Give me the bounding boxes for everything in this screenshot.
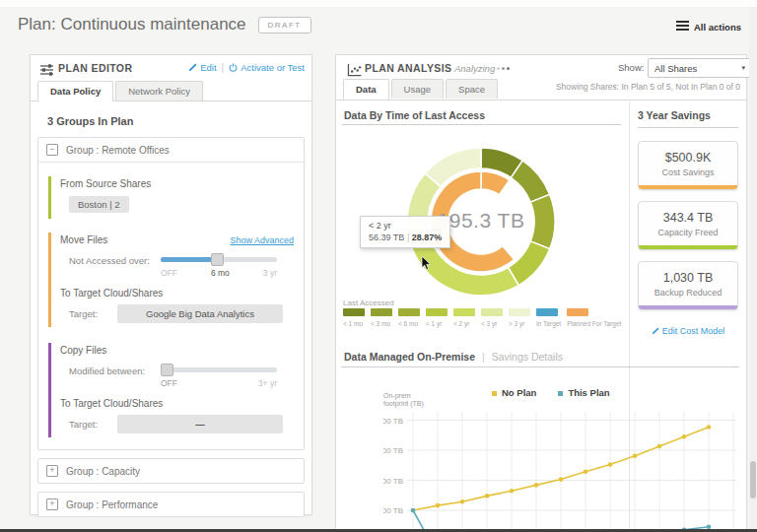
legend-swatch — [343, 308, 365, 316]
status-dot — [497, 67, 500, 70]
last-access-donut-chart[interactable] — [341, 126, 627, 299]
show-label: Show: — [618, 62, 644, 73]
tab-data-policy[interactable]: Data Policy — [37, 81, 113, 101]
group-title: Group : Performance — [66, 499, 158, 510]
target-label: Target: — [60, 308, 117, 319]
donut-legend-item: < 1 yr — [426, 308, 447, 327]
cost-savings-label: Cost Savings — [641, 167, 735, 177]
menu-icon — [676, 21, 689, 33]
expand-icon[interactable]: + — [46, 465, 58, 477]
cost-savings-value: $500.9K — [641, 151, 735, 165]
card-accent-bar — [639, 185, 737, 189]
draft-badge: DRAFT — [258, 17, 311, 33]
not-accessed-label: Not Accessed over: — [60, 255, 161, 278]
legend-title: Last Accessed — [343, 299, 394, 307]
shares-select[interactable]: All Shares ▾ — [648, 58, 752, 78]
modified-between-label: Modified between: — [60, 366, 161, 388]
not-accessed-slider[interactable]: OFF 6 mo 3 yr — [161, 255, 277, 278]
group-remote-offices-header[interactable]: − Group : Remote Offices — [38, 138, 304, 163]
legend-label: < 1 yr — [426, 320, 442, 327]
source-heading: From Source Shares — [60, 178, 151, 189]
backup-reduced-card: 1,030 TB Backup Reduced — [638, 261, 738, 310]
group-capacity: + Group : Capacity — [37, 458, 305, 484]
legend-swatch — [567, 308, 588, 316]
slider-handle[interactable] — [161, 364, 173, 376]
scrollbar-thumb[interactable] — [750, 461, 756, 499]
chevron-down-icon: ▾ — [741, 64, 745, 72]
source-shares-block: From Source Shares Boston | 2 — [48, 176, 296, 219]
edit-button[interactable]: Edit — [188, 62, 216, 73]
tooltip-percent: 28.87% — [412, 233, 443, 242]
group-title: Group : Capacity — [66, 466, 140, 477]
move-files-block: Move Files Show Advanced Not Accessed ov… — [48, 233, 296, 327]
tick-off: OFF — [161, 378, 177, 388]
no-plan-label: No Plan — [502, 387, 536, 398]
power-icon — [229, 63, 238, 72]
donut-title: Data By Time of Last Access — [344, 109, 485, 121]
this-plan-label: This Plan — [568, 387, 609, 398]
legend-label: < 2 yr — [453, 320, 469, 327]
capacity-freed-value: 343.4 TB — [641, 211, 735, 225]
activate-or-test-button[interactable]: Activate or Test — [229, 62, 305, 73]
legend-swatch — [398, 308, 420, 316]
modified-between-slider[interactable]: OFF 3+ yr — [161, 366, 277, 388]
donut-legend-item: < 3 mo — [371, 308, 392, 327]
tick-3yr: 3 yr — [263, 268, 277, 278]
tab-usage[interactable]: Usage — [391, 79, 444, 99]
copy-target-button[interactable]: — — [117, 415, 283, 433]
all-actions-button[interactable]: All actions — [676, 21, 741, 33]
onprem-line-chart: 500 TB400 TB300 TB200 TB — [383, 406, 740, 532]
slider-handle[interactable] — [211, 253, 224, 266]
group-remote-offices: − Group : Remote Offices From Source Sha… — [37, 137, 305, 450]
legend-label: In Target — [536, 320, 561, 327]
onprem-heading: Data Managed On-Premise — [344, 351, 475, 363]
expand-icon[interactable]: + — [46, 499, 58, 510]
page-header: Plan: Continuous maintenance DRAFT — [18, 15, 311, 34]
legend-swatch — [426, 308, 447, 316]
analyzing-status: Analyzing — [454, 63, 510, 74]
source-share-chip[interactable]: Boston | 2 — [69, 196, 129, 213]
target-label: Target: — [60, 419, 117, 430]
tick-off: OFF — [161, 268, 177, 278]
legend-label: < 3 mo — [371, 320, 390, 327]
legend-swatch — [453, 308, 475, 316]
savings-panel: 3 Year Savings $500.9K Cost Savings 343.… — [630, 100, 746, 349]
line-chart-legend: No Plan This Plan — [492, 387, 610, 398]
donut-legend-item: In Target — [536, 308, 561, 327]
savings-title: 3 Year Savings — [638, 109, 738, 128]
card-accent-bar — [639, 245, 737, 249]
tab-network-policy[interactable]: Network Policy — [115, 81, 203, 100]
show-advanced-link[interactable]: Show Advanced — [230, 235, 294, 245]
sliders-icon — [40, 62, 53, 80]
group-performance-header[interactable]: + Group : Performance — [38, 493, 304, 516]
move-target-heading: To Target Cloud/Shares — [60, 288, 296, 299]
tick-3plus-yr: 3+ yr — [258, 378, 277, 388]
move-files-heading: Move Files — [60, 234, 107, 245]
groups-heading: 3 Groups In Plan — [47, 115, 305, 127]
tick-6mo: 6 mo — [211, 268, 230, 278]
legend-label: < 3 yr — [481, 320, 497, 327]
onprem-section-title: Data Managed On-Premise | Savings Detail… — [344, 351, 563, 363]
donut-legend-item: < 6 mo — [398, 308, 420, 327]
pencil-icon — [188, 63, 197, 72]
backup-reduced-value: 1,030 TB — [641, 271, 735, 285]
svg-text:500 TB: 500 TB — [383, 417, 403, 426]
svg-text:200 TB: 200 TB — [383, 506, 403, 515]
this-plan-swatch — [558, 391, 563, 396]
donut-legend-item: < 3 yr — [481, 308, 503, 327]
capacity-freed-card: 343.4 TB Capacity Freed — [638, 201, 738, 250]
scrollbar-track[interactable] — [749, 7, 757, 529]
plan-editor-panel: PLAN EDITOR Edit | Activate or Test Data… — [30, 54, 312, 515]
capacity-freed-label: Capacity Freed — [641, 228, 735, 237]
savings-details-link[interactable]: Savings Details — [492, 351, 563, 363]
group-capacity-header[interactable]: + Group : Capacity — [38, 459, 304, 483]
move-target-button[interactable]: Google Big Data Analytics — [117, 304, 283, 323]
edit-cost-model-link[interactable]: Edit Cost Model — [652, 326, 725, 336]
plan-analysis-panel: PLAN ANALYSIS Analyzing Show: All Shares… — [335, 54, 747, 532]
tab-data[interactable]: Data — [343, 79, 389, 100]
pencil-icon — [652, 327, 659, 335]
tooltip-value: 56.39 TB — [369, 233, 404, 242]
collapse-icon[interactable]: − — [46, 144, 58, 156]
tab-space[interactable]: Space — [446, 79, 498, 99]
top-strip — [0, 0, 757, 7]
